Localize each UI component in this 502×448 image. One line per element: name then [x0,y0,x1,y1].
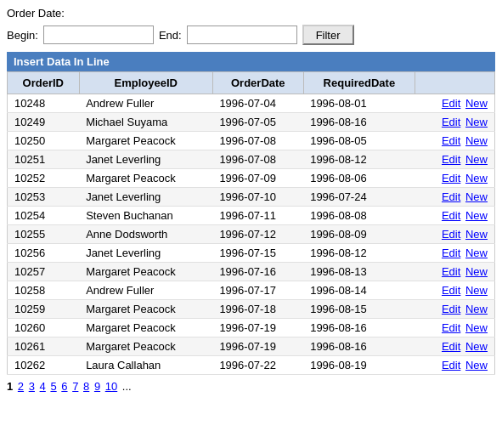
cell-order-date: 1996-07-05 [212,113,303,132]
cell-order-date: 1996-07-08 [212,132,303,150]
cell-order-id: 10260 [8,319,80,337]
col-order-id: OrderID [8,72,80,94]
cell-actions: Edit New [415,113,495,132]
edit-link[interactable]: Edit [442,153,460,166]
edit-link[interactable]: Edit [442,265,460,278]
cell-employee-id: Laura Callahan [79,356,212,375]
cell-order-date: 1996-07-15 [212,244,303,263]
cell-order-id: 10250 [8,132,80,150]
new-link[interactable]: New [465,247,488,259]
page-link-10[interactable]: 10 [105,380,117,393]
edit-link[interactable]: Edit [442,247,460,259]
page-link-5[interactable]: 5 [50,380,56,393]
edit-link[interactable]: Edit [442,190,460,203]
cell-required-date: 1996-08-16 [303,319,415,337]
edit-link[interactable]: Edit [442,359,460,371]
col-employee-id: EmployeeID [79,72,212,94]
cell-order-date: 1996-07-10 [212,188,303,207]
table-header-row: OrderID EmployeeID OrderDate RequiredDat… [8,72,495,94]
new-link[interactable]: New [465,172,488,184]
cell-employee-id: Margaret Peacock [79,319,212,337]
table-row: 10259Margaret Peacock1996-07-181996-08-1… [8,300,495,319]
new-link[interactable]: New [465,228,488,241]
cell-order-id: 10257 [8,263,80,281]
cell-order-date: 1996-07-22 [212,356,303,375]
order-date-label: Order Date: [7,7,495,20]
col-required-date: RequiredDate [303,72,415,94]
edit-link[interactable]: Edit [442,284,460,297]
cell-employee-id: Margaret Peacock [79,132,212,150]
new-link[interactable]: New [465,209,488,222]
cell-actions: Edit New [415,244,495,263]
new-link[interactable]: New [465,153,488,166]
edit-link[interactable]: Edit [442,340,460,353]
table-row: 10253Janet Leverling1996-07-101996-07-24… [8,188,495,207]
edit-link[interactable]: Edit [442,321,460,334]
edit-link[interactable]: Edit [442,97,460,110]
cell-required-date: 1996-08-01 [303,94,415,113]
edit-link[interactable]: Edit [442,209,460,222]
edit-link[interactable]: Edit [442,134,460,147]
cell-required-date: 1996-08-08 [303,207,415,225]
end-input[interactable] [187,26,297,44]
new-link[interactable]: New [465,134,488,147]
table-row: 10254Steven Buchanan1996-07-111996-08-08… [8,207,495,225]
cell-actions: Edit New [415,263,495,281]
page-link-3[interactable]: 3 [29,380,35,393]
cell-required-date: 1996-08-15 [303,300,415,319]
new-link[interactable]: New [465,284,488,297]
cell-actions: Edit New [415,300,495,319]
cell-actions: Edit New [415,188,495,207]
new-link[interactable]: New [465,190,488,203]
table-row: 10258Andrew Fuller1996-07-171996-08-14Ed… [8,281,495,300]
cell-employee-id: Margaret Peacock [79,300,212,319]
cell-order-date: 1996-07-11 [212,207,303,225]
table-row: 10252Margaret Peacock1996-07-091996-08-0… [8,169,495,188]
cell-employee-id: Margaret Peacock [79,169,212,188]
edit-link[interactable]: Edit [442,303,460,315]
cell-order-id: 10248 [8,94,80,113]
cell-order-date: 1996-07-09 [212,169,303,188]
table-row: 10249Michael Suyama1996-07-051996-08-16E… [8,113,495,132]
page-link-6[interactable]: 6 [61,380,67,393]
page-link-9[interactable]: 9 [94,380,100,393]
begin-input[interactable] [43,26,154,44]
cell-actions: Edit New [415,319,495,337]
table-row: 10250Margaret Peacock1996-07-081996-08-0… [8,132,495,150]
page-link-8[interactable]: 8 [83,380,89,393]
cell-employee-id: Andrew Fuller [79,94,212,113]
table-row: 10248Andrew Fuller1996-07-041996-08-01Ed… [8,94,495,113]
filter-button[interactable]: Filter [302,25,354,45]
edit-link[interactable]: Edit [442,228,460,241]
cell-actions: Edit New [415,207,495,225]
new-link[interactable]: New [465,359,488,371]
cell-order-date: 1996-07-17 [212,281,303,300]
new-link[interactable]: New [465,116,488,128]
cell-order-id: 10261 [8,337,80,356]
cell-required-date: 1996-08-12 [303,150,415,169]
cell-employee-id: Andrew Fuller [79,281,212,300]
cell-required-date: 1996-08-06 [303,169,415,188]
cell-order-id: 10249 [8,113,80,132]
edit-link[interactable]: Edit [442,116,460,128]
cell-order-id: 10254 [8,207,80,225]
cell-required-date: 1996-07-24 [303,188,415,207]
page-link-7[interactable]: 7 [72,380,78,393]
cell-order-date: 1996-07-19 [212,319,303,337]
new-link[interactable]: New [465,303,488,315]
new-link[interactable]: New [465,340,488,353]
cell-employee-id: Margaret Peacock [79,337,212,356]
new-link[interactable]: New [465,97,488,110]
pagination-ellipsis: ... [122,380,132,393]
page-link-2[interactable]: 2 [18,380,24,393]
new-link[interactable]: New [465,265,488,278]
edit-link[interactable]: Edit [442,172,460,184]
cell-required-date: 1996-08-05 [303,132,415,150]
new-link[interactable]: New [465,321,488,334]
page-link-4[interactable]: 4 [40,380,46,393]
page-link-1: 1 [7,380,13,393]
cell-required-date: 1996-08-12 [303,244,415,263]
cell-order-date: 1996-07-19 [212,337,303,356]
insert-bar[interactable]: Insert Data In Line [7,52,495,71]
cell-required-date: 1996-08-16 [303,337,415,356]
